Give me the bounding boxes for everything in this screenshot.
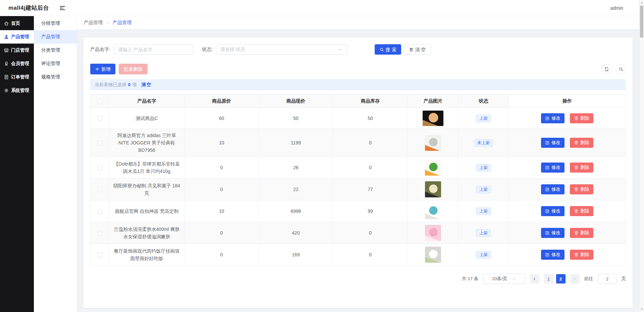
product-name: 餐厅装饰画现代简约饭厅挂画墙面壁画好好吃饭: [113, 247, 181, 262]
batch-delete-button[interactable]: 批量删除: [119, 64, 148, 74]
goto-label: 前往: [584, 276, 593, 282]
product-name-input[interactable]: [114, 44, 193, 55]
submenu-item[interactable]: 评论管理: [34, 57, 77, 70]
column-header: 商品原价: [184, 95, 259, 108]
trash-icon: [574, 231, 579, 235]
product-name-label: 产品名字:: [90, 47, 110, 53]
status-badge: 未上架: [474, 139, 493, 147]
edit-button[interactable]: 修改: [541, 206, 565, 216]
submenu-item[interactable]: 分类管理: [34, 44, 77, 57]
edit-button[interactable]: 修改: [541, 138, 565, 148]
original-price: 0: [184, 244, 259, 266]
product-name: 兰蔻粉水清滢柔肤水400ml 爽肤水女保湿舒缓滋润嫩肤: [113, 226, 181, 240]
product-name: 阴阳师寮办秘制 月见和菓子 184克: [113, 182, 181, 197]
edit-icon: [545, 209, 550, 213]
prev-page-button[interactable]: [530, 274, 539, 284]
product-name: 测试商品C: [136, 115, 158, 122]
row-checkbox[interactable]: [98, 187, 102, 192]
stock: 0: [333, 244, 408, 266]
edit-button[interactable]: 修改: [541, 113, 565, 123]
delete-button[interactable]: 删除: [570, 206, 593, 216]
window-scrollbar[interactable]: [639, 0, 644, 312]
row-checkbox[interactable]: [98, 141, 102, 145]
table-row: 旗舰店官网 自拍神器 梵高定制 10 6998 99 上架 修改 删除: [91, 200, 626, 222]
selection-alert: 当前表格已选择 0 项 清空: [90, 79, 626, 90]
product-image: [425, 160, 441, 176]
breadcrumb-item[interactable]: 产品管理: [84, 20, 103, 26]
search-button[interactable]: 搜 索: [375, 44, 401, 55]
row-checkbox[interactable]: [98, 253, 102, 257]
current-user[interactable]: admin: [610, 5, 623, 11]
delete-button[interactable]: 删除: [570, 138, 593, 148]
column-header: 产品图片: [408, 95, 459, 108]
trash-icon: [574, 116, 579, 121]
select-all-header: [91, 95, 109, 108]
plus-icon: [95, 67, 100, 71]
row-checkbox[interactable]: [98, 166, 102, 170]
sidebar-item[interactable]: 产品管理: [0, 30, 34, 44]
submenu-item[interactable]: 规格管理: [34, 70, 77, 84]
scroll-up-icon[interactable]: [639, 0, 644, 5]
content-area: 产品管理 产品管理 产品名字: 状态: 请选择 状态: [77, 16, 639, 312]
status-badge: 上架: [476, 229, 491, 237]
row-checkbox[interactable]: [98, 209, 102, 214]
stock: 0: [333, 222, 408, 244]
table-row: 阴阳师寮办秘制 月见和菓子 184克 0 22 77 上架 修改 删除: [91, 179, 626, 200]
menu-fold-icon[interactable]: [59, 5, 66, 11]
table-toolbar: 新增 批量删除: [90, 64, 626, 74]
next-page-button[interactable]: [570, 274, 580, 284]
product-image: [425, 225, 441, 241]
selection-count: 0: [128, 82, 131, 87]
select-all-checkbox[interactable]: [98, 99, 102, 104]
product-name: 阿迪达斯官方 adidas 三叶草 NITE JOGGER 男子经典鞋 BD79…: [113, 132, 181, 154]
delete-button[interactable]: 删除: [570, 250, 593, 260]
original-price: 0: [184, 157, 259, 179]
delete-button[interactable]: 删除: [570, 113, 593, 123]
sidebar-item[interactable]: 会员管理: [0, 57, 34, 70]
sidebar-item[interactable]: 订单管理: [0, 70, 34, 84]
add-button[interactable]: 新增: [90, 64, 115, 74]
status-select[interactable]: 请选择 状态: [216, 44, 347, 55]
delete-button[interactable]: 删除: [570, 228, 593, 238]
goto-page-input[interactable]: [598, 274, 617, 284]
chevron-down-icon: [512, 277, 516, 281]
row-checkbox[interactable]: [98, 116, 102, 121]
page-size-select[interactable]: 10条/页: [483, 274, 525, 284]
search-icon: [379, 47, 384, 52]
edit-button[interactable]: 修改: [541, 163, 565, 173]
status-badge: 上架: [476, 164, 491, 172]
scrollbar-thumb[interactable]: [640, 6, 643, 38]
edit-button[interactable]: 修改: [541, 184, 565, 194]
table-row: 阿迪达斯官方 adidas 三叶草 NITE JOGGER 男子经典鞋 BD79…: [91, 129, 626, 157]
selection-clear-link[interactable]: 清空: [142, 82, 152, 88]
breadcrumb-item-current: 产品管理: [113, 20, 131, 26]
main-layout: 首页 产品管理 门店管理 会员管理 订单管理 系统管理 分组管理 产品管理 分类…: [0, 16, 639, 312]
toggle-search-button[interactable]: [616, 64, 626, 74]
delete-button[interactable]: 删除: [570, 184, 593, 194]
breadcrumb: 产品管理 产品管理: [77, 16, 639, 29]
edit-button[interactable]: 修改: [541, 228, 565, 238]
clear-filters-button[interactable]: 清 空: [404, 44, 431, 55]
edit-button[interactable]: 修改: [541, 250, 565, 260]
refresh-icon: [604, 67, 609, 72]
chevron-right-icon: [106, 21, 110, 25]
original-price: 0: [184, 222, 259, 244]
delete-button[interactable]: 删除: [570, 163, 593, 173]
table-row: 【Dole都乐】菲律宾都乐非转基因木瓜1只 单只约410g 0 26 0 上架 …: [91, 157, 626, 179]
sidebar-item[interactable]: 门店管理: [0, 44, 34, 57]
table-row: 测试商品C 60 50 50 上架 修改 删除: [91, 108, 626, 129]
submenu-item[interactable]: 分组管理: [34, 17, 77, 30]
pagination-total: 共 17 条: [462, 276, 479, 282]
page-number-button[interactable]: 2: [556, 274, 566, 284]
scroll-down-icon[interactable]: [639, 307, 644, 312]
submenu-item[interactable]: 产品管理: [34, 30, 77, 44]
original-price: 60: [184, 108, 259, 129]
refresh-button[interactable]: [601, 64, 611, 74]
row-checkbox[interactable]: [98, 231, 102, 236]
sidebar-item[interactable]: 系统管理: [0, 84, 34, 97]
status-label: 状态:: [202, 47, 213, 53]
trash-icon: [574, 140, 579, 145]
page-number-button[interactable]: 1: [544, 274, 553, 284]
sidebar-item[interactable]: 首页: [0, 17, 34, 30]
goto-unit: 页: [622, 276, 626, 282]
